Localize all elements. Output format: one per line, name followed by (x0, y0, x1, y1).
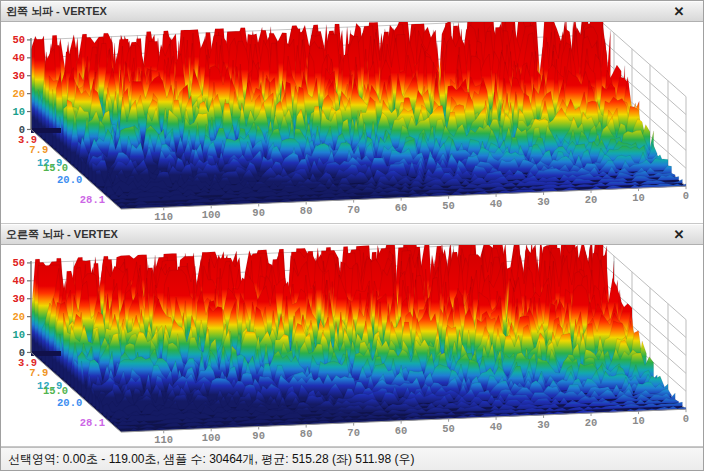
svg-text:7.9: 7.9 (29, 144, 48, 156)
svg-text:40: 40 (490, 421, 503, 433)
svg-text:30: 30 (537, 419, 550, 431)
svg-text:7.9: 7.9 (29, 367, 48, 379)
svg-text:50: 50 (442, 423, 455, 435)
svg-text:28.1: 28.1 (80, 194, 105, 206)
svg-text:80: 80 (300, 429, 313, 441)
svg-text:100: 100 (202, 209, 221, 221)
svg-text:30: 30 (12, 70, 25, 82)
svg-text:10: 10 (12, 329, 25, 341)
svg-text:40: 40 (12, 52, 25, 64)
right-eeg-3d-chart[interactable]: 010203040503.97.912.915.020.028.11101009… (1, 245, 703, 447)
left-eeg-panel: 왼쪽 뇌파 - VERTEX ✕ 010203040503.97.912.915… (1, 1, 703, 224)
svg-text:20: 20 (12, 311, 25, 323)
left-eeg-3d-chart[interactable]: 010203040503.97.912.915.020.028.11101009… (1, 22, 703, 224)
svg-text:60: 60 (395, 425, 408, 437)
svg-text:50: 50 (442, 200, 455, 212)
svg-text:30: 30 (537, 196, 550, 208)
svg-text:0: 0 (683, 190, 689, 202)
svg-text:50: 50 (12, 34, 25, 46)
svg-text:15.0: 15.0 (43, 162, 68, 174)
left-eeg-3d-surface: 010203040503.97.912.915.020.028.11101009… (1, 22, 703, 223)
svg-text:40: 40 (490, 198, 503, 210)
svg-text:10: 10 (632, 415, 645, 427)
svg-text:20.0: 20.0 (57, 397, 82, 409)
left-panel-title: 왼쪽 뇌파 - VERTEX (6, 4, 107, 19)
svg-text:70: 70 (347, 427, 360, 439)
status-bar: 선택영역: 0.00초 - 119.00초, 샘플 수: 30464개, 평균:… (1, 447, 703, 470)
svg-text:0: 0 (683, 413, 689, 425)
svg-text:90: 90 (252, 207, 265, 219)
eeg-analysis-window: 왼쪽 뇌파 - VERTEX ✕ 010203040503.97.912.915… (0, 0, 704, 471)
right-eeg-panel: 오른쪽 뇌파 - VERTEX ✕ 010203040503.97.912.91… (1, 224, 703, 447)
left-panel-header: 왼쪽 뇌파 - VERTEX ✕ (1, 1, 703, 22)
svg-text:20: 20 (12, 88, 25, 100)
svg-text:10: 10 (12, 106, 25, 118)
svg-text:15.0: 15.0 (43, 385, 68, 397)
svg-text:20: 20 (585, 194, 598, 206)
close-icon[interactable]: ✕ (669, 226, 689, 243)
selection-info: 선택영역: 0.00초 - 119.00초, 샘플 수: 30464개, 평균:… (8, 451, 414, 468)
svg-text:110: 110 (154, 211, 173, 223)
close-icon[interactable]: ✕ (669, 3, 689, 20)
svg-text:20: 20 (585, 417, 598, 429)
svg-text:50: 50 (12, 257, 25, 269)
svg-text:40: 40 (12, 275, 25, 287)
right-eeg-3d-surface: 010203040503.97.912.915.020.028.11101009… (1, 245, 703, 446)
svg-text:110: 110 (154, 434, 173, 446)
svg-text:100: 100 (202, 432, 221, 444)
svg-text:10: 10 (632, 192, 645, 204)
svg-text:80: 80 (300, 206, 313, 218)
svg-text:60: 60 (395, 202, 408, 214)
svg-text:70: 70 (347, 204, 360, 216)
svg-text:30: 30 (12, 293, 25, 305)
right-panel-title: 오른쪽 뇌파 - VERTEX (6, 227, 118, 242)
svg-text:90: 90 (252, 430, 265, 442)
right-panel-header: 오른쪽 뇌파 - VERTEX ✕ (1, 224, 703, 245)
svg-text:28.1: 28.1 (80, 417, 105, 429)
svg-text:20.0: 20.0 (57, 174, 82, 186)
